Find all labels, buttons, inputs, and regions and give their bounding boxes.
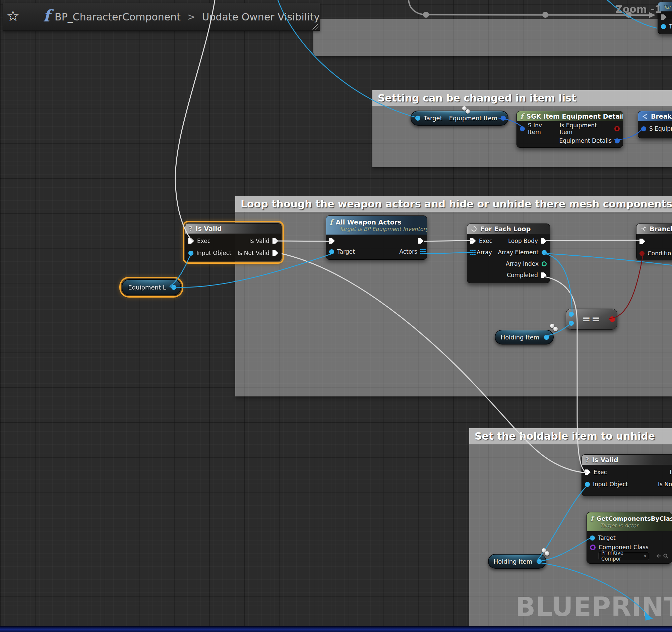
comment-title[interactable]: Setting can be changed in item list	[373, 90, 672, 106]
pin-label: Is Not	[658, 481, 672, 488]
exec-output-pin[interactable]	[541, 238, 547, 244]
node-all-weapon-actors[interactable]: f All Weapon Actors Target is BP Equipme…	[326, 216, 427, 260]
node-title: All Weapon Actors	[336, 218, 401, 226]
pin-label: Array Index	[506, 260, 538, 267]
condition-input-pin[interactable]	[640, 251, 645, 256]
exec-input-pin[interactable]	[640, 239, 645, 244]
bool-output-pin[interactable]	[614, 126, 620, 131]
breadcrumb-page[interactable]: Update Owner Visibility	[202, 11, 320, 23]
node-sgk-item-equipment-details[interactable]: f SGK Item Equipment Details S Inv Item …	[517, 111, 623, 148]
target-input-pin[interactable]	[661, 24, 666, 29]
loop-icon	[471, 225, 477, 232]
resize-grip[interactable]	[310, 23, 318, 29]
array-output-pin[interactable]	[420, 249, 422, 250]
pin-label: Conditio	[648, 250, 671, 257]
object-input-pin[interactable]	[520, 126, 525, 131]
object-output-pin[interactable]	[542, 250, 547, 255]
pin-label: Array Element	[498, 249, 538, 256]
pin-label: Exec	[594, 469, 607, 476]
comment-box-loop[interactable]: Loop though the weapon actors and hide o…	[235, 196, 672, 396]
pin-label: Equipment Item	[449, 115, 497, 122]
node-get-components-by-class[interactable]: f GetComponentsByClass Target is Actor T…	[586, 512, 672, 564]
object-output-pin[interactable]	[536, 559, 542, 564]
exec-output-pin[interactable]	[272, 250, 278, 256]
pin-label: Is Equipment Item	[559, 122, 611, 136]
struct-input-pin[interactable]	[641, 126, 646, 131]
node-title: Break S	[651, 113, 672, 120]
exec-output-pin[interactable]	[272, 238, 278, 244]
pin-label: Array	[477, 249, 492, 256]
node-holding-item-bottom[interactable]: Holding Item	[488, 554, 546, 569]
variable-label: Holding Item	[499, 334, 541, 341]
variable-label: Holding Item	[493, 558, 533, 565]
array-input-pin[interactable]	[470, 250, 472, 251]
comment-title[interactable]: Set the holdable item to unhide	[469, 428, 672, 444]
pin-label: Exec	[479, 238, 493, 244]
zoom-indicator: Zoom -1	[615, 3, 662, 15]
comment-box-top[interactable]	[313, 19, 672, 56]
node-branch[interactable]: Branch Conditio	[636, 223, 672, 260]
class-select-dropdown[interactable]: Primitive Compor ▾	[598, 552, 649, 560]
pin-label: Target	[424, 115, 442, 122]
node-holding-item-mid[interactable]: Holding Item	[495, 330, 554, 344]
class-input-pin[interactable]	[590, 544, 596, 550]
breadcrumb-root[interactable]: BP_CharacterComponent	[55, 11, 181, 23]
object-input-pin[interactable]	[585, 482, 590, 487]
exec-input-pin[interactable]	[188, 238, 194, 244]
comment-title[interactable]: Loop though the weapon actors and hide o…	[235, 196, 672, 212]
pin-label: S Equipr	[649, 125, 672, 132]
node-header: Break S	[638, 111, 672, 121]
bool-output-pin[interactable]	[609, 316, 615, 322]
use-asset-arrow-icon[interactable]	[655, 553, 661, 559]
exec-output-pin[interactable]	[418, 238, 424, 244]
node-title: GetComponentsByClass	[596, 515, 672, 522]
node-title: Is Valid	[592, 456, 618, 463]
node-for-each-loop[interactable]: For Each Loop Exec Loop Body Array Array…	[467, 223, 550, 283]
question-mark-icon: ?	[189, 224, 193, 233]
node-is-valid-1[interactable]: ? Is Valid Exec Is Valid Input Object Is…	[185, 223, 282, 261]
pin-label: Is	[670, 469, 672, 476]
node-header: Branch	[637, 224, 672, 234]
exec-input-pin[interactable]	[661, 15, 667, 20]
node-is-valid-2[interactable]: ? Is Valid Exec Is Input Object Is Not	[581, 454, 672, 496]
node-equals[interactable]: ==	[566, 309, 617, 330]
pin-label: Equipment Details	[559, 138, 612, 144]
object-output-pin[interactable]	[501, 116, 506, 121]
target-input-pin[interactable]	[415, 116, 420, 121]
breadcrumb-separator: >	[187, 11, 195, 22]
pin-label: Component Class	[599, 544, 649, 551]
int-output-pin[interactable]	[542, 261, 547, 266]
pin-label: Exec	[197, 238, 211, 244]
object-input-pin[interactable]	[188, 251, 193, 256]
pin-label: Completed	[507, 272, 538, 278]
node-header: ? Is Valid	[185, 223, 281, 234]
node-header: f SGK Item Equipment Details	[517, 111, 623, 121]
function-icon: f	[520, 113, 523, 120]
exec-output-pin[interactable]	[541, 272, 547, 278]
node-break-struct[interactable]: Break S S Equipr	[638, 111, 672, 138]
favorite-star-icon[interactable]: ☆	[6, 9, 20, 23]
exec-input-pin[interactable]	[470, 238, 476, 244]
object-output-pin[interactable]	[544, 335, 549, 340]
target-input-pin[interactable]	[590, 535, 595, 540]
blueprint-canvas[interactable]: Setting can be changed in item list Loop…	[0, 0, 672, 632]
target-input-pin[interactable]	[329, 249, 334, 254]
function-icon: f	[330, 218, 333, 226]
node-header: For Each Loop	[467, 224, 550, 234]
node-title: Branch	[650, 225, 672, 233]
node-equipment-l[interactable]: Equipment L	[122, 279, 181, 295]
struct-output-pin[interactable]	[615, 138, 620, 143]
graph-title-bar[interactable]: ☆ f BP_CharacterComponent > Update Owner…	[3, 3, 320, 31]
exec-input-pin[interactable]	[329, 238, 335, 244]
node-title: SGK Item Equipment Details	[526, 113, 623, 120]
comment-body	[313, 19, 672, 56]
pin-label: Is Valid	[249, 238, 269, 244]
pin-label: Is Not Valid	[238, 250, 269, 257]
blueprint-watermark: BLUEPRINT	[515, 592, 672, 622]
pin-label: Target	[598, 534, 616, 541]
exec-input-pin[interactable]	[585, 469, 591, 475]
pin-label: Target	[337, 248, 355, 255]
node-equipment-item-getter[interactable]: Target Equipment Item	[411, 111, 508, 126]
object-output-pin[interactable]	[171, 285, 176, 290]
browse-magnifier-icon[interactable]	[663, 553, 669, 559]
